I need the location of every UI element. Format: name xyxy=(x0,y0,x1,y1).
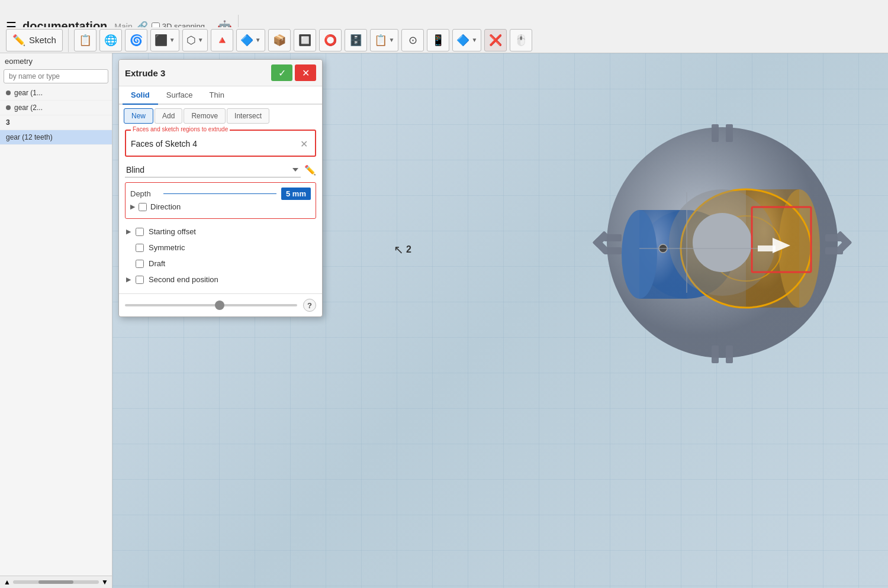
panel-items-list: gear (1... gear (2... 3 gear (12 teeth) xyxy=(0,86,112,576)
dialog-body: Faces and sketch regions to extrude Face… xyxy=(119,124,322,293)
toolbar-icon-11[interactable]: 🗄️ xyxy=(345,29,367,51)
extrude-dialog: Extrude 3 ✓ ✕ Solid Surface Thin xyxy=(118,59,323,317)
faces-field-clear-icon[interactable]: ✕ xyxy=(298,138,310,150)
blind-select[interactable]: Blind xyxy=(125,163,301,177)
direction-checkbox[interactable] xyxy=(139,203,147,211)
sketch-button[interactable]: ✏️ Sketch xyxy=(6,29,63,51)
direction-label: Direction xyxy=(150,202,181,211)
panel-header: eometry xyxy=(0,53,112,69)
symmetric-label: Symmetric xyxy=(149,243,185,252)
scroll-down-btn[interactable]: ▼ xyxy=(101,578,108,586)
toolbar-icon-4[interactable]: ⬛ ▼ xyxy=(150,29,179,51)
starting-offset-checkbox[interactable] xyxy=(136,228,144,236)
faces-field-wrapper: Faces and sketch regions to extrude Face… xyxy=(125,130,316,157)
second-end-label: Second end position xyxy=(149,275,218,284)
svg-rect-2 xyxy=(726,124,733,142)
tab-thin[interactable]: Thin xyxy=(201,86,233,105)
toolbar-icon-2[interactable]: 🌐 xyxy=(99,29,122,51)
cursor-icon: ↖ xyxy=(394,243,404,257)
toolbar-icon-10[interactable]: ⭕ xyxy=(319,29,342,51)
canvas-area[interactable]: Extrude 3 ✓ ✕ Solid Surface Thin xyxy=(112,53,888,588)
slider-track[interactable] xyxy=(125,304,297,306)
symmetric-row[interactable]: Symmetric xyxy=(125,240,316,256)
subtab-remove[interactable]: Remove xyxy=(184,108,226,124)
sep1 xyxy=(68,28,69,52)
dialog-title: Extrude 3 xyxy=(125,68,165,78)
toolbar-icon-close[interactable]: ❌ xyxy=(484,29,507,51)
svg-point-22 xyxy=(693,213,752,272)
toolbar-icon-1[interactable]: 📋 xyxy=(74,29,96,51)
depth-value[interactable]: 5 mm xyxy=(281,188,311,200)
starting-offset-expand-icon[interactable]: ▶ xyxy=(126,228,131,235)
faces-field[interactable]: Faces of Sketch 4 ✕ xyxy=(126,131,315,156)
scroll-up-btn[interactable]: ▲ xyxy=(4,578,11,586)
svg-rect-1 xyxy=(712,124,719,142)
svg-point-15 xyxy=(622,210,657,299)
help-button[interactable]: ? xyxy=(303,299,316,312)
toolbar-icon-15[interactable]: 🔷 ▼ xyxy=(452,29,481,51)
toolbar-icon-3[interactable]: 🌀 xyxy=(125,29,147,51)
svg-rect-25 xyxy=(758,245,776,251)
starting-offset-row[interactable]: ▶ Starting offset xyxy=(125,224,316,240)
toolbar-icon-12[interactable]: 📋 ▼ xyxy=(370,29,399,51)
dialog-footer: ? xyxy=(119,293,322,316)
cursor-number: 2 xyxy=(406,244,411,255)
direction-row[interactable]: ▶ Direction xyxy=(130,200,311,214)
panel-scroll-bar: ▲ ▼ xyxy=(0,576,112,588)
toolbar-icon-14[interactable]: 📱 xyxy=(427,29,449,51)
gear-visualization xyxy=(562,71,870,426)
help-icon: ? xyxy=(307,301,312,310)
draft-checkbox[interactable] xyxy=(136,260,144,268)
depth-label: Depth xyxy=(130,189,159,198)
depth-section: Depth 5 mm ▶ Direction xyxy=(125,182,316,219)
svg-rect-3 xyxy=(712,345,719,363)
faces-field-value: Faces of Sketch 4 xyxy=(131,139,298,148)
second-end-expand-icon[interactable]: ▶ xyxy=(126,276,131,283)
subtab-new[interactable]: New xyxy=(124,108,153,124)
dialog-subtabs: New Add Remove Intersect xyxy=(119,105,322,124)
toolbar-icon-7[interactable]: 🔷 ▼ xyxy=(236,29,265,51)
item-dot xyxy=(6,91,11,95)
list-item[interactable]: gear (2... xyxy=(0,101,112,115)
subtab-add[interactable]: Add xyxy=(155,108,182,124)
list-item-selected[interactable]: gear (12 teeth) xyxy=(0,130,112,145)
symmetric-checkbox[interactable] xyxy=(136,244,144,252)
slider-thumb[interactable] xyxy=(215,301,224,310)
draft-row[interactable]: Draft xyxy=(125,256,316,272)
dialog-cancel-button[interactable]: ✕ xyxy=(295,64,316,81)
depth-line xyxy=(163,193,276,194)
edit-icon[interactable]: ✏️ xyxy=(304,164,316,176)
tab-surface[interactable]: Surface xyxy=(158,86,201,105)
toolbar-icon-13[interactable]: ⊙ xyxy=(401,29,424,51)
toolbar-icon-8[interactable]: 📦 xyxy=(268,29,291,51)
depth-row: Depth 5 mm xyxy=(130,188,311,200)
list-item[interactable]: gear (1... xyxy=(0,86,112,101)
ok-icon: ✓ xyxy=(278,67,286,79)
cancel-icon: ✕ xyxy=(302,67,310,79)
direction-expand-icon[interactable]: ▶ xyxy=(130,203,135,211)
subtab-intersect[interactable]: Intersect xyxy=(227,108,269,124)
dialog-titlebar: Extrude 3 ✓ ✕ xyxy=(119,60,322,86)
second-end-checkbox[interactable] xyxy=(136,276,144,284)
item-dot xyxy=(6,105,11,110)
sketch-icon: ✏️ xyxy=(12,34,25,47)
second-end-row[interactable]: ▶ Second end position xyxy=(125,272,316,287)
faces-field-label: Faces and sketch regions to extrude xyxy=(131,126,230,133)
toolbar-row2: ✏️ Sketch 📋 🌐 🌀 ⬛ ▼ ⬡ ▼ 🔺 🔷 ▼ 📦 🔲 ⭕ 🗄️ 📋… xyxy=(0,27,888,53)
toolbar-icon-5[interactable]: ⬡ ▼ xyxy=(182,29,208,51)
toolbar-icon-cursor[interactable]: 🖱️ xyxy=(510,29,532,51)
draft-label: Draft xyxy=(149,259,165,268)
dialog-main-tabs: Solid Surface Thin xyxy=(119,86,322,105)
tab-solid[interactable]: Solid xyxy=(123,86,158,105)
svg-rect-4 xyxy=(726,345,733,363)
search-input[interactable] xyxy=(4,69,108,83)
toolbar-icon-6[interactable]: 🔺 xyxy=(211,29,233,51)
left-panel: eometry gear (1... gear (2... 3 gear (12… xyxy=(0,53,112,588)
dialog-ok-button[interactable]: ✓ xyxy=(271,64,292,81)
toolbar-icon-9[interactable]: 🔲 xyxy=(294,29,316,51)
blind-row: Blind ✏️ xyxy=(125,163,316,177)
dialog-buttons: ✓ ✕ xyxy=(271,64,316,81)
list-item[interactable]: 3 xyxy=(0,115,112,130)
sketch-label: Sketch xyxy=(29,35,56,45)
starting-offset-label: Starting offset xyxy=(149,227,196,236)
